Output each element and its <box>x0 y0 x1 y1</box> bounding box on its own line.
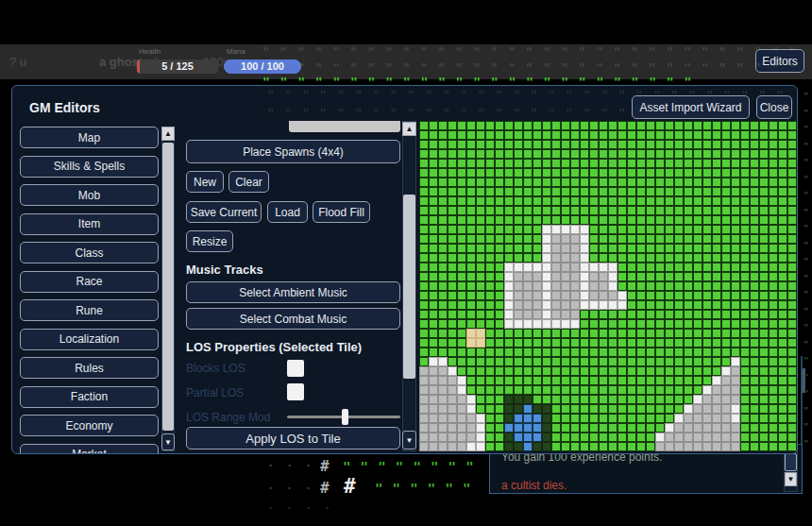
sidebar-item-faction[interactable]: Faction <box>20 386 159 408</box>
map-tile[interactable] <box>787 300 797 310</box>
map-tile[interactable] <box>514 272 523 281</box>
map-tile[interactable] <box>731 300 740 310</box>
map-tile[interactable] <box>466 291 476 300</box>
map-tile[interactable] <box>457 206 466 215</box>
map-tile[interactable] <box>617 300 627 310</box>
map-tile[interactable] <box>608 215 617 225</box>
map-tile[interactable] <box>438 206 448 215</box>
map-tile[interactable] <box>485 225 495 234</box>
blocks-los-checkbox[interactable] <box>287 360 304 377</box>
map-tile[interactable] <box>684 234 693 244</box>
map-tile[interactable] <box>580 442 589 451</box>
sidebar-scrollbar-thumb[interactable] <box>162 143 174 431</box>
map-tile[interactable] <box>655 121 665 130</box>
map-tile[interactable] <box>655 395 665 404</box>
map-tile[interactable] <box>495 442 504 451</box>
map-tile[interactable] <box>599 178 608 187</box>
map-tile[interactable] <box>769 215 778 225</box>
map-tile[interactable] <box>636 423 646 433</box>
map-tile[interactable] <box>495 187 504 196</box>
map-tile[interactable] <box>551 215 561 225</box>
map-tile[interactable] <box>769 357 778 366</box>
map-tile[interactable] <box>438 433 448 442</box>
map-tile[interactable] <box>712 244 721 253</box>
map-tile[interactable] <box>769 366 778 376</box>
map-tile[interactable] <box>693 253 702 263</box>
map-tile[interactable] <box>429 338 438 348</box>
map-tile[interactable] <box>523 357 533 366</box>
map-tile[interactable] <box>712 395 721 404</box>
map-tile[interactable] <box>419 196 429 206</box>
map-tile[interactable] <box>750 234 759 244</box>
map-tile[interactable] <box>599 385 608 395</box>
map-tile[interactable] <box>665 300 674 310</box>
map-tile[interactable] <box>674 395 684 404</box>
map-tile[interactable] <box>533 433 542 442</box>
map-tile[interactable] <box>636 272 646 281</box>
map-tile[interactable] <box>466 357 476 366</box>
map-tile[interactable] <box>495 215 504 225</box>
map-tile[interactable] <box>617 433 627 442</box>
map-tile[interactable] <box>627 140 636 149</box>
sidebar-item-mob[interactable]: Mob <box>20 184 159 206</box>
map-tile[interactable] <box>419 206 429 215</box>
map-tile[interactable] <box>466 159 476 168</box>
map-tile[interactable] <box>750 310 759 319</box>
map-tile[interactable] <box>429 159 438 168</box>
map-tile[interactable] <box>750 329 759 338</box>
map-tile[interactable] <box>599 130 608 140</box>
map-tile[interactable] <box>523 291 533 300</box>
resize-button[interactable]: Resize <box>186 230 233 252</box>
map-tile[interactable] <box>570 178 580 187</box>
map-tile[interactable] <box>665 234 674 244</box>
map-tile[interactable] <box>448 423 457 433</box>
map-tile[interactable] <box>693 366 702 376</box>
map-tile[interactable] <box>674 149 684 159</box>
map-tile[interactable] <box>570 376 580 385</box>
map-tile[interactable] <box>580 385 589 395</box>
map-tile[interactable] <box>457 414 466 423</box>
map-tile[interactable] <box>759 178 769 187</box>
map-tile[interactable] <box>778 433 787 442</box>
map-tile[interactable] <box>476 366 485 376</box>
map-tile[interactable] <box>457 178 466 187</box>
map-tile[interactable] <box>419 423 429 433</box>
map-tile[interactable] <box>561 348 570 357</box>
map-tile[interactable] <box>561 168 570 178</box>
map-tile[interactable] <box>523 319 533 329</box>
map-tile[interactable] <box>740 414 750 423</box>
map-tile[interactable] <box>448 357 457 366</box>
map-tile[interactable] <box>608 395 617 404</box>
map-tile[interactable] <box>429 149 438 159</box>
map-tile[interactable] <box>750 178 759 187</box>
map-tile[interactable] <box>476 253 485 263</box>
map-tile[interactable] <box>721 187 731 196</box>
map-tile[interactable] <box>448 395 457 404</box>
map-tile[interactable] <box>778 357 787 366</box>
map-tile[interactable] <box>551 395 561 404</box>
map-tile[interactable] <box>702 272 712 281</box>
map-tile[interactable] <box>712 357 721 366</box>
map-tile[interactable] <box>551 433 561 442</box>
map-tile[interactable] <box>712 338 721 348</box>
map-tile[interactable] <box>429 168 438 178</box>
map-tile[interactable] <box>646 140 655 149</box>
map-tile[interactable] <box>523 215 533 225</box>
map-tile[interactable] <box>466 300 476 310</box>
map-tile[interactable] <box>617 244 627 253</box>
map-tile[interactable] <box>589 159 599 168</box>
map-tile[interactable] <box>655 206 665 215</box>
map-tile[interactable] <box>693 187 702 196</box>
map-tile[interactable] <box>495 366 504 376</box>
map-tile[interactable] <box>759 385 769 395</box>
map-tile[interactable] <box>561 140 570 149</box>
map-tile[interactable] <box>665 423 674 433</box>
map-tile[interactable] <box>617 329 627 338</box>
map-tile[interactable] <box>646 130 655 140</box>
map-tile[interactable] <box>580 168 589 178</box>
map-tile[interactable] <box>778 366 787 376</box>
map-tile[interactable] <box>561 414 570 423</box>
map-tile[interactable] <box>599 196 608 206</box>
map-tile[interactable] <box>740 149 750 159</box>
map-tile[interactable] <box>523 329 533 338</box>
